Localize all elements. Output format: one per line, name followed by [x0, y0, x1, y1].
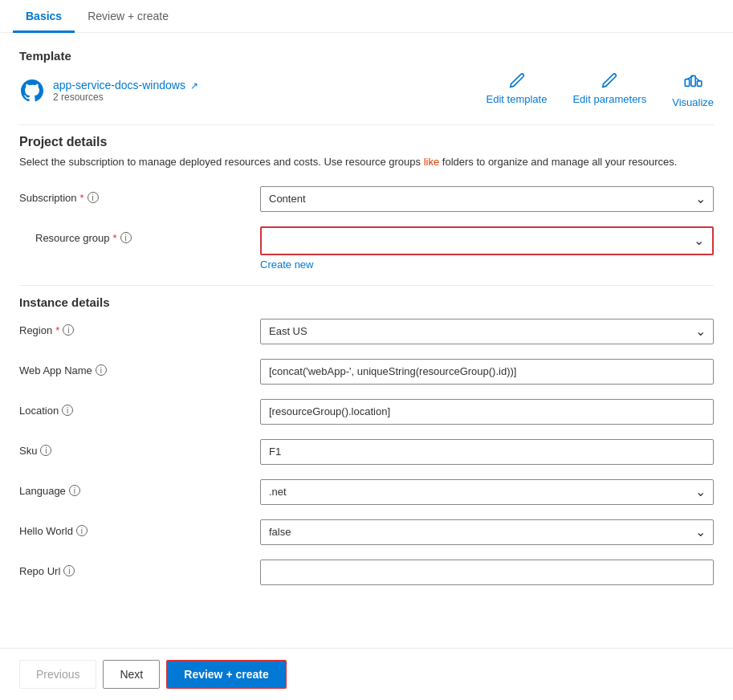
region-field: Region * i East US — [19, 319, 714, 344]
subscription-label: Subscription * i — [19, 186, 260, 204]
instance-details-section: Instance details Region * i East US Web … — [19, 295, 714, 585]
repo-url-label: Repo Url i — [19, 560, 260, 577]
resource-group-select-wrapper — [262, 228, 712, 254]
template-section-title: Template — [19, 49, 714, 63]
web-app-name-info-icon[interactable]: i — [96, 364, 107, 376]
web-app-name-control — [260, 359, 714, 385]
language-control: .net — [260, 479, 714, 505]
location-info-icon[interactable]: i — [62, 405, 73, 416]
resource-group-label: Resource group * i — [19, 226, 260, 244]
template-row: app-service-docs-windows ↗ 2 resources E… — [19, 72, 714, 108]
tab-bar: Basics Review + create — [0, 0, 733, 33]
svg-rect-2 — [698, 81, 702, 87]
bottom-bar: Previous Next Review + create — [0, 648, 733, 700]
region-select[interactable]: East US — [260, 319, 714, 344]
language-field: Language i .net — [19, 479, 714, 505]
project-details-title: Project details — [19, 135, 714, 149]
template-name-link[interactable]: app-service-docs-windows — [53, 79, 185, 92]
tab-review-create[interactable]: Review + create — [75, 0, 181, 33]
subscription-control: Content — [260, 186, 714, 212]
edit-parameters-icon — [601, 72, 618, 90]
instance-details-title: Instance details — [19, 295, 714, 309]
resource-group-field: Resource group * i Create new — [19, 226, 714, 271]
edit-parameters-button[interactable]: Edit parameters — [572, 72, 646, 108]
required-star: * — [80, 192, 84, 204]
edit-template-button[interactable]: Edit template — [487, 72, 548, 108]
svg-line-3 — [687, 75, 694, 79]
subscription-info-icon[interactable]: i — [88, 192, 99, 203]
web-app-name-field: Web App Name i — [19, 359, 714, 385]
template-resources: 2 resources — [53, 92, 198, 103]
create-new-link[interactable]: Create new — [260, 258, 714, 271]
sku-label: Sku i — [19, 439, 260, 457]
hello-world-select[interactable]: false — [260, 519, 714, 545]
divider-1 — [19, 124, 714, 125]
resource-group-control: Create new — [260, 226, 714, 271]
repo-url-input[interactable] — [260, 560, 714, 585]
subscription-select-wrapper: Content — [260, 186, 714, 212]
sku-info-icon[interactable]: i — [40, 445, 51, 456]
sku-input[interactable] — [260, 439, 714, 465]
resource-group-error-box — [260, 226, 714, 255]
hello-world-control: false — [260, 519, 714, 545]
edit-template-label: Edit template — [487, 93, 548, 105]
repo-url-info-icon[interactable]: i — [63, 565, 75, 576]
hello-world-label: Hello World i — [19, 519, 260, 537]
rg-required-star: * — [113, 232, 117, 244]
external-link-icon: ↗ — [190, 80, 198, 92]
repo-url-field: Repo Url i — [19, 560, 714, 585]
repo-url-control — [260, 560, 714, 585]
review-create-button[interactable]: Review + create — [166, 660, 286, 689]
github-icon — [19, 78, 45, 104]
region-info-icon[interactable]: i — [63, 324, 74, 336]
template-info: app-service-docs-windows ↗ 2 resources — [19, 78, 198, 104]
subscription-select[interactable]: Content — [260, 186, 714, 212]
sku-field: Sku i — [19, 439, 714, 465]
main-content: Template app-service-docs-windows ↗ 2 re… — [0, 33, 733, 672]
web-app-name-label: Web App Name i — [19, 359, 260, 376]
resource-group-info-icon[interactable]: i — [120, 232, 132, 243]
tab-basics[interactable]: Basics — [13, 0, 75, 33]
template-details: app-service-docs-windows ↗ 2 resources — [53, 79, 198, 103]
hello-world-field: Hello World i false — [19, 519, 714, 545]
project-details-desc: Select the subscription to manage deploy… — [19, 154, 714, 170]
region-select-wrapper: East US — [260, 319, 714, 344]
region-control: East US — [260, 319, 714, 344]
hello-world-info-icon[interactable]: i — [76, 525, 88, 536]
location-control — [260, 399, 714, 425]
visualize-label: Visualize — [672, 96, 714, 108]
resource-group-select[interactable] — [262, 228, 712, 254]
divider-2 — [19, 285, 714, 286]
web-app-name-input[interactable] — [260, 359, 714, 385]
svg-rect-0 — [685, 79, 689, 87]
visualize-button[interactable]: Visualize — [672, 72, 714, 108]
language-select-wrapper: .net — [260, 479, 714, 505]
language-info-icon[interactable]: i — [69, 485, 80, 496]
location-input[interactable] — [260, 399, 714, 425]
visualize-icon — [682, 72, 703, 93]
svg-rect-1 — [691, 75, 695, 86]
sku-control — [260, 439, 714, 465]
location-label: Location i — [19, 399, 260, 417]
hello-world-select-wrapper: false — [260, 519, 714, 545]
previous-button[interactable]: Previous — [19, 660, 96, 689]
subscription-field: Subscription * i Content — [19, 186, 714, 212]
edit-parameters-label: Edit parameters — [572, 93, 646, 105]
template-actions: Edit template Edit parameters Visualize — [487, 72, 714, 108]
location-field: Location i — [19, 399, 714, 425]
region-label: Region * i — [19, 319, 260, 336]
bottom-spacer — [19, 600, 714, 656]
language-select[interactable]: .net — [260, 479, 714, 505]
language-label: Language i — [19, 479, 260, 497]
region-required-star: * — [55, 324, 59, 336]
edit-template-icon — [508, 72, 526, 90]
next-button[interactable]: Next — [103, 660, 160, 689]
